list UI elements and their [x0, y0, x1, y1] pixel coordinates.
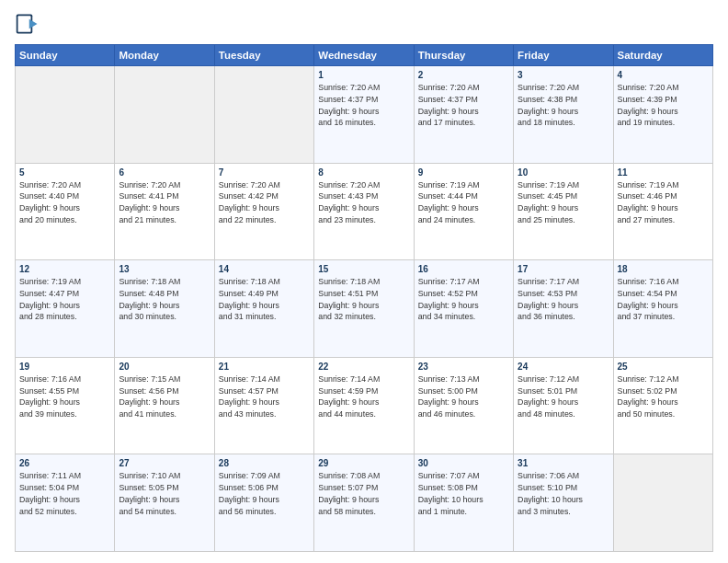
day-cell: 5Sunrise: 7:20 AM Sunset: 4:40 PM Daylig…: [16, 163, 115, 260]
week-row-4: 19Sunrise: 7:16 AM Sunset: 4:55 PM Dayli…: [16, 357, 713, 454]
day-number: 10: [518, 167, 609, 178]
day-info: Sunrise: 7:20 AM Sunset: 4:37 PM Dayligh…: [318, 82, 409, 129]
day-cell: [16, 66, 115, 164]
day-info: Sunrise: 7:10 AM Sunset: 5:05 PM Dayligh…: [119, 470, 210, 517]
day-cell: 20Sunrise: 7:15 AM Sunset: 4:56 PM Dayli…: [115, 357, 214, 454]
day-number: 18: [618, 264, 709, 274]
day-header-thursday: Thursday: [414, 45, 513, 66]
day-cell: [214, 66, 313, 164]
day-number: 27: [119, 458, 210, 468]
day-cell: 8Sunrise: 7:20 AM Sunset: 4:43 PM Daylig…: [314, 163, 414, 260]
svg-rect-1: [18, 16, 31, 32]
logo-icon: [15, 11, 40, 37]
day-number: 21: [219, 362, 310, 372]
day-cell: 22Sunrise: 7:14 AM Sunset: 4:59 PM Dayli…: [314, 357, 414, 454]
day-info: Sunrise: 7:20 AM Sunset: 4:38 PM Dayligh…: [518, 82, 609, 129]
day-info: Sunrise: 7:09 AM Sunset: 5:06 PM Dayligh…: [219, 470, 310, 517]
day-cell: 16Sunrise: 7:17 AM Sunset: 4:52 PM Dayli…: [414, 260, 513, 358]
day-number: 31: [518, 458, 609, 468]
day-number: 9: [418, 167, 509, 178]
day-cell: 2Sunrise: 7:20 AM Sunset: 4:37 PM Daylig…: [414, 66, 513, 164]
day-number: 14: [219, 264, 310, 274]
day-info: Sunrise: 7:19 AM Sunset: 4:46 PM Dayligh…: [618, 179, 709, 226]
day-info: Sunrise: 7:07 AM Sunset: 5:08 PM Dayligh…: [418, 470, 509, 517]
day-number: 28: [219, 458, 310, 468]
day-info: Sunrise: 7:20 AM Sunset: 4:37 PM Dayligh…: [418, 82, 509, 129]
day-cell: 3Sunrise: 7:20 AM Sunset: 4:38 PM Daylig…: [514, 66, 613, 164]
day-cell: 26Sunrise: 7:11 AM Sunset: 5:04 PM Dayli…: [16, 454, 115, 552]
day-number: 6: [119, 167, 210, 178]
day-number: 15: [318, 264, 409, 274]
day-info: Sunrise: 7:19 AM Sunset: 4:45 PM Dayligh…: [518, 179, 609, 226]
day-cell: 13Sunrise: 7:18 AM Sunset: 4:48 PM Dayli…: [115, 260, 214, 358]
day-cell: 10Sunrise: 7:19 AM Sunset: 4:45 PM Dayli…: [514, 163, 613, 260]
day-info: Sunrise: 7:14 AM Sunset: 4:57 PM Dayligh…: [219, 373, 310, 420]
day-info: Sunrise: 7:14 AM Sunset: 4:59 PM Dayligh…: [318, 373, 409, 420]
day-cell: 11Sunrise: 7:19 AM Sunset: 4:46 PM Dayli…: [613, 163, 712, 260]
header: [15, 11, 713, 37]
day-number: 4: [618, 70, 709, 80]
day-number: 12: [19, 264, 110, 274]
day-number: 16: [418, 264, 509, 274]
day-cell: 23Sunrise: 7:13 AM Sunset: 5:00 PM Dayli…: [414, 357, 513, 454]
day-cell: 18Sunrise: 7:16 AM Sunset: 4:54 PM Dayli…: [613, 260, 712, 358]
day-cell: 25Sunrise: 7:12 AM Sunset: 5:02 PM Dayli…: [613, 357, 712, 454]
day-number: 3: [518, 70, 609, 80]
day-cell: 12Sunrise: 7:19 AM Sunset: 4:47 PM Dayli…: [16, 260, 115, 358]
day-cell: 14Sunrise: 7:18 AM Sunset: 4:49 PM Dayli…: [214, 260, 313, 358]
day-number: 29: [318, 458, 409, 468]
day-cell: 4Sunrise: 7:20 AM Sunset: 4:39 PM Daylig…: [613, 66, 712, 164]
svg-marker-2: [29, 19, 38, 29]
day-info: Sunrise: 7:20 AM Sunset: 4:43 PM Dayligh…: [318, 179, 409, 226]
day-info: Sunrise: 7:20 AM Sunset: 4:39 PM Dayligh…: [618, 82, 709, 129]
day-info: Sunrise: 7:18 AM Sunset: 4:51 PM Dayligh…: [318, 276, 409, 323]
week-row-3: 12Sunrise: 7:19 AM Sunset: 4:47 PM Dayli…: [16, 260, 713, 358]
day-info: Sunrise: 7:06 AM Sunset: 5:10 PM Dayligh…: [518, 470, 609, 517]
day-number: 13: [119, 264, 210, 274]
calendar-table: SundayMondayTuesdayWednesdayThursdayFrid…: [15, 44, 713, 552]
day-number: 11: [618, 167, 709, 178]
calendar-body: 1Sunrise: 7:20 AM Sunset: 4:37 PM Daylig…: [16, 66, 713, 552]
day-cell: 24Sunrise: 7:12 AM Sunset: 5:01 PM Dayli…: [514, 357, 613, 454]
day-info: Sunrise: 7:16 AM Sunset: 4:55 PM Dayligh…: [19, 373, 110, 420]
day-number: 20: [119, 362, 210, 372]
day-info: Sunrise: 7:17 AM Sunset: 4:53 PM Dayligh…: [518, 276, 609, 323]
day-info: Sunrise: 7:16 AM Sunset: 4:54 PM Dayligh…: [618, 276, 709, 323]
day-header-tuesday: Tuesday: [214, 45, 313, 66]
day-cell: 27Sunrise: 7:10 AM Sunset: 5:05 PM Dayli…: [115, 454, 214, 552]
day-cell: 29Sunrise: 7:08 AM Sunset: 5:07 PM Dayli…: [314, 454, 414, 552]
day-info: Sunrise: 7:20 AM Sunset: 4:41 PM Dayligh…: [119, 179, 210, 226]
day-header-sunday: Sunday: [16, 45, 115, 66]
day-header-friday: Friday: [514, 45, 613, 66]
day-cell: 1Sunrise: 7:20 AM Sunset: 4:37 PM Daylig…: [314, 66, 414, 164]
day-number: 2: [418, 70, 509, 80]
day-info: Sunrise: 7:12 AM Sunset: 5:02 PM Dayligh…: [618, 373, 709, 420]
day-number: 17: [518, 264, 609, 274]
day-header-monday: Monday: [115, 45, 214, 66]
day-cell: 31Sunrise: 7:06 AM Sunset: 5:10 PM Dayli…: [514, 454, 613, 552]
day-cell: 9Sunrise: 7:19 AM Sunset: 4:44 PM Daylig…: [414, 163, 513, 260]
day-number: 5: [19, 167, 110, 178]
day-info: Sunrise: 7:18 AM Sunset: 4:48 PM Dayligh…: [119, 276, 210, 323]
day-number: 23: [418, 362, 509, 372]
logo: [15, 11, 44, 37]
day-info: Sunrise: 7:13 AM Sunset: 5:00 PM Dayligh…: [418, 373, 509, 420]
day-info: Sunrise: 7:12 AM Sunset: 5:01 PM Dayligh…: [518, 373, 609, 420]
day-cell: 21Sunrise: 7:14 AM Sunset: 4:57 PM Dayli…: [214, 357, 313, 454]
header-row: SundayMondayTuesdayWednesdayThursdayFrid…: [16, 45, 713, 66]
day-number: 25: [618, 362, 709, 372]
day-info: Sunrise: 7:15 AM Sunset: 4:56 PM Dayligh…: [119, 373, 210, 420]
week-row-5: 26Sunrise: 7:11 AM Sunset: 5:04 PM Dayli…: [16, 454, 713, 552]
day-cell: 6Sunrise: 7:20 AM Sunset: 4:41 PM Daylig…: [115, 163, 214, 260]
day-header-saturday: Saturday: [613, 45, 712, 66]
day-info: Sunrise: 7:11 AM Sunset: 5:04 PM Dayligh…: [19, 470, 110, 517]
day-info: Sunrise: 7:20 AM Sunset: 4:40 PM Dayligh…: [19, 179, 110, 226]
day-number: 7: [219, 167, 310, 178]
day-cell: 28Sunrise: 7:09 AM Sunset: 5:06 PM Dayli…: [214, 454, 313, 552]
day-info: Sunrise: 7:08 AM Sunset: 5:07 PM Dayligh…: [318, 470, 409, 517]
day-number: 30: [418, 458, 509, 468]
day-cell: 19Sunrise: 7:16 AM Sunset: 4:55 PM Dayli…: [16, 357, 115, 454]
page: SundayMondayTuesdayWednesdayThursdayFrid…: [0, 0, 728, 563]
day-cell: 30Sunrise: 7:07 AM Sunset: 5:08 PM Dayli…: [414, 454, 513, 552]
day-info: Sunrise: 7:19 AM Sunset: 4:44 PM Dayligh…: [418, 179, 509, 226]
